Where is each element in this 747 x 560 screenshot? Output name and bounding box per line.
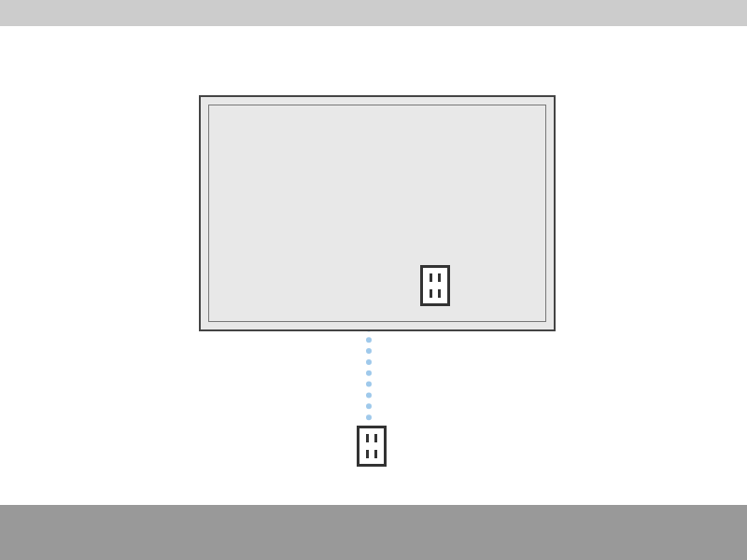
outlet-lower-wall-icon bbox=[357, 426, 387, 467]
tv-screen-bezel bbox=[208, 105, 546, 322]
outlet-behind-tv-icon bbox=[420, 265, 450, 306]
floor-band bbox=[0, 505, 747, 560]
wall-mounted-tv bbox=[199, 95, 556, 331]
ceiling-band bbox=[0, 0, 747, 26]
